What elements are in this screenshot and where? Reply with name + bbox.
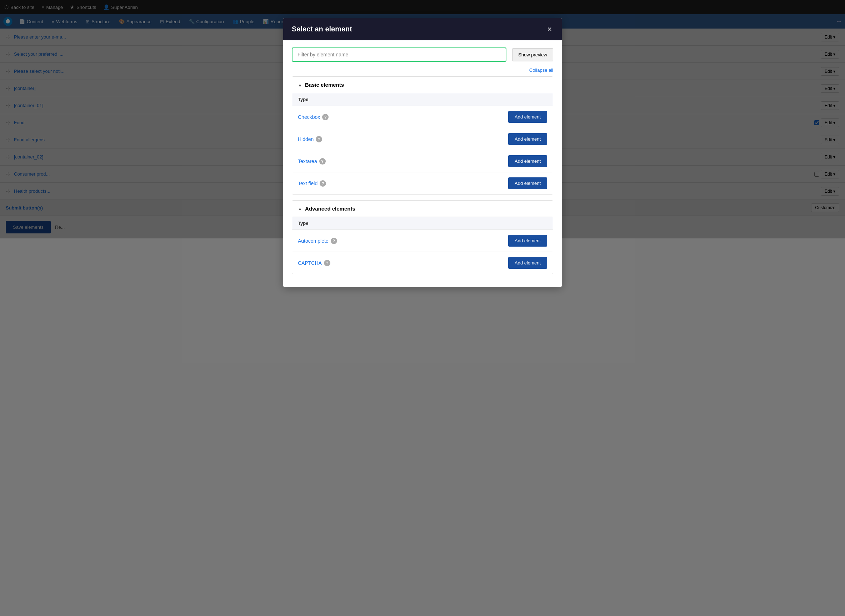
checkbox-add-button[interactable]: Add element bbox=[508, 111, 547, 123]
checkbox-element-row: Checkbox ? Add element bbox=[292, 106, 553, 128]
modal-body: Show preview Collapse all ▲ Basic elemen… bbox=[283, 40, 562, 238]
textfield-link[interactable]: Text field bbox=[298, 180, 317, 186]
modal-close-button[interactable]: × bbox=[546, 25, 553, 33]
checkbox-help-icon[interactable]: ? bbox=[322, 114, 329, 120]
modal-overlay: Select an element × Show preview Collaps… bbox=[0, 0, 845, 238]
textfield-help-icon[interactable]: ? bbox=[320, 180, 326, 187]
basic-type-header: Type bbox=[292, 93, 553, 106]
hidden-add-button[interactable]: Add element bbox=[508, 133, 547, 145]
hidden-element-row: Hidden ? Add element bbox=[292, 128, 553, 150]
autocomplete-add-button[interactable]: Add element bbox=[508, 235, 547, 238]
filter-input[interactable] bbox=[292, 47, 506, 62]
modal-title: Select an element bbox=[292, 25, 352, 33]
advanced-elements-title: Advanced elements bbox=[305, 205, 356, 212]
collapse-all-link[interactable]: Collapse all bbox=[529, 67, 553, 73]
select-element-modal: Select an element × Show preview Collaps… bbox=[283, 18, 562, 238]
hidden-link[interactable]: Hidden bbox=[298, 136, 314, 142]
collapse-all-row: Collapse all bbox=[292, 67, 553, 73]
textfield-element-row: Text field ? Add element bbox=[292, 172, 553, 194]
autocomplete-link[interactable]: Autocomplete bbox=[298, 238, 329, 239]
advanced-elements-section: ▲ Advanced elements Type Autocomplete ? … bbox=[292, 200, 553, 238]
autocomplete-element-row: Autocomplete ? Add element bbox=[292, 230, 553, 238]
modal-header: Select an element × bbox=[283, 18, 562, 40]
show-preview-button[interactable]: Show preview bbox=[512, 48, 553, 62]
textarea-link[interactable]: Textarea bbox=[298, 158, 317, 164]
textarea-add-button[interactable]: Add element bbox=[508, 155, 547, 167]
basic-elements-header[interactable]: ▲ Basic elements bbox=[292, 77, 553, 93]
advanced-section-chevron: ▲ bbox=[298, 206, 302, 211]
hidden-help-icon[interactable]: ? bbox=[316, 136, 322, 142]
basic-elements-body: Type Checkbox ? Add element Hidden ? Add… bbox=[292, 93, 553, 194]
filter-row: Show preview bbox=[292, 47, 553, 62]
advanced-type-header: Type bbox=[292, 217, 553, 230]
textarea-element-row: Textarea ? Add element bbox=[292, 150, 553, 172]
basic-elements-section: ▲ Basic elements Type Checkbox ? Add ele… bbox=[292, 76, 553, 195]
advanced-elements-body: Type Autocomplete ? Add element CAPTCHA … bbox=[292, 217, 553, 238]
checkbox-link[interactable]: Checkbox bbox=[298, 114, 320, 120]
textfield-add-button[interactable]: Add element bbox=[508, 177, 547, 189]
autocomplete-help-icon[interactable]: ? bbox=[331, 238, 337, 239]
textarea-help-icon[interactable]: ? bbox=[319, 158, 326, 164]
basic-section-chevron: ▲ bbox=[298, 82, 302, 87]
advanced-elements-header[interactable]: ▲ Advanced elements bbox=[292, 201, 553, 217]
basic-elements-title: Basic elements bbox=[305, 82, 344, 88]
